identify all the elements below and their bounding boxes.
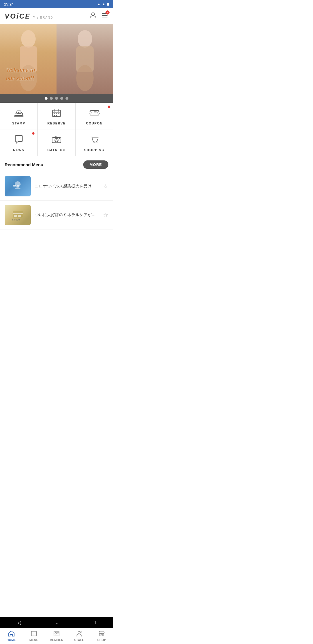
news-icon xyxy=(13,135,24,146)
news-title-2: ついに大好評のミネラルケアが… xyxy=(35,212,96,217)
news-notification-dot xyxy=(32,132,34,135)
grid-menu: STAMP RESERVE xyxy=(0,103,113,156)
carousel-dot-3[interactable] xyxy=(55,97,58,100)
menu-item-news[interactable]: NEWS xyxy=(0,129,38,156)
header: VOiCE Y's BRAND N xyxy=(0,8,113,24)
hero-overlay: Welcome to our salon!! xyxy=(6,66,35,82)
reserve-svg xyxy=(51,108,62,118)
profile-icon xyxy=(89,12,97,19)
recommend-title: Recommend Menu xyxy=(5,162,43,167)
reserve-label: RESERVE xyxy=(48,122,66,125)
logo-text: VOiCE xyxy=(5,12,31,20)
profile-button[interactable] xyxy=(89,12,97,21)
svg-rect-41 xyxy=(17,185,19,187)
carousel-dot-2[interactable] xyxy=(50,97,53,100)
hero-background xyxy=(0,24,113,94)
hero-figure-left xyxy=(0,24,57,94)
menu-item-coupon[interactable]: COUPON xyxy=(75,103,113,129)
status-time: 15:24 xyxy=(4,2,14,6)
news-thumb-2: ¥3,000 xyxy=(5,205,31,225)
svg-rect-22 xyxy=(58,113,59,114)
hero-banner: Welcome to our salon!! xyxy=(0,24,113,94)
news-title-1: コロナウイルス感染拡大を受け xyxy=(35,184,92,188)
svg-point-38 xyxy=(96,142,97,143)
svg-rect-24 xyxy=(56,115,57,116)
hero-figure-right xyxy=(57,24,113,94)
coupon-icon xyxy=(89,108,100,120)
svg-point-36 xyxy=(59,138,60,139)
recommend-section: Recommend Menu MORE xyxy=(0,156,113,172)
news-star-1[interactable]: ☆ xyxy=(103,183,108,190)
logo: VOiCE Y's BRAND xyxy=(5,12,53,20)
hero-text-line2: our salon!! xyxy=(6,74,35,82)
carousel-dot-5[interactable] xyxy=(65,97,68,100)
news-item-1[interactable]: コロナウイルス感染拡大を受け ☆ xyxy=(0,172,113,201)
news-label: NEWS xyxy=(13,148,24,152)
shopping-label: SHOPPING xyxy=(84,148,104,152)
menu-button[interactable]: N xyxy=(101,12,108,21)
svg-point-4 xyxy=(21,30,36,48)
svg-point-37 xyxy=(93,142,94,143)
status-icons: ▲ ▲ ▮ xyxy=(97,2,109,6)
reserve-icon xyxy=(51,108,62,120)
svg-rect-13 xyxy=(16,112,17,113)
carousel-dots xyxy=(0,94,113,103)
news-list: コロナウイルス感染拡大を受け ☆ ¥3,000 ついに大好評のミネラルケアが… … xyxy=(0,172,113,229)
menu-item-reserve[interactable]: RESERVE xyxy=(38,103,75,129)
svg-point-7 xyxy=(78,30,92,48)
svg-point-26 xyxy=(89,112,91,114)
shopping-svg xyxy=(89,135,100,144)
carousel-dot-4[interactable] xyxy=(60,97,63,100)
status-bar: 15:24 ▲ ▲ ▮ xyxy=(0,0,113,8)
svg-point-9 xyxy=(76,65,94,91)
menu-item-shopping[interactable]: SHOPPING xyxy=(75,129,113,156)
catalog-icon xyxy=(51,135,62,146)
carousel-dot-1[interactable] xyxy=(45,97,48,100)
menu-badge: N xyxy=(105,10,110,15)
coupon-label: COUPON xyxy=(86,122,103,125)
svg-text:¥3,000: ¥3,000 xyxy=(12,218,20,221)
news-thumb-2-svg: ¥3,000 xyxy=(10,208,25,222)
more-button[interactable]: MORE xyxy=(83,160,108,169)
coupon-svg xyxy=(89,108,100,118)
news-thumb-1-svg xyxy=(10,179,25,193)
svg-rect-15 xyxy=(21,112,22,113)
svg-rect-35 xyxy=(55,137,57,138)
catalog-label: CATALOG xyxy=(47,148,65,152)
svg-point-34 xyxy=(56,139,57,141)
stamp-icon xyxy=(13,108,24,120)
svg-point-0 xyxy=(92,13,94,16)
svg-point-33 xyxy=(55,138,58,142)
battery-icon: ▮ xyxy=(107,2,109,6)
news-content-1: コロナウイルス感染拡大を受け xyxy=(35,183,101,189)
figure-right-svg xyxy=(69,27,101,91)
menu-item-catalog[interactable]: CATALOG xyxy=(38,129,75,156)
svg-point-27 xyxy=(98,112,100,114)
svg-rect-12 xyxy=(14,115,23,117)
svg-rect-44 xyxy=(14,215,17,217)
news-thumb-1 xyxy=(5,176,31,196)
coupon-notification-dot xyxy=(108,106,110,108)
svg-rect-20 xyxy=(54,113,55,114)
menu-item-stamp[interactable]: STAMP xyxy=(0,103,38,129)
svg-rect-40 xyxy=(13,185,16,187)
svg-rect-23 xyxy=(54,115,55,116)
signal-icon: ▲ xyxy=(102,2,105,6)
stamp-svg xyxy=(13,108,24,118)
svg-rect-14 xyxy=(18,112,19,113)
wifi-icon: ▲ xyxy=(97,2,101,6)
logo-subtext: Y's BRAND xyxy=(33,16,53,19)
svg-rect-45 xyxy=(18,215,21,217)
hero-text-line1: Welcome to xyxy=(6,66,35,74)
news-item-2[interactable]: ¥3,000 ついに大好評のミネラルケアが… ☆ xyxy=(0,201,113,229)
news-star-2[interactable]: ☆ xyxy=(103,211,108,218)
stamp-label: STAMP xyxy=(12,122,25,125)
header-actions: N xyxy=(89,12,108,21)
shopping-icon xyxy=(89,135,100,146)
news-content-2: ついに大好評のミネラルケアが… xyxy=(35,212,101,218)
svg-rect-21 xyxy=(56,113,57,114)
